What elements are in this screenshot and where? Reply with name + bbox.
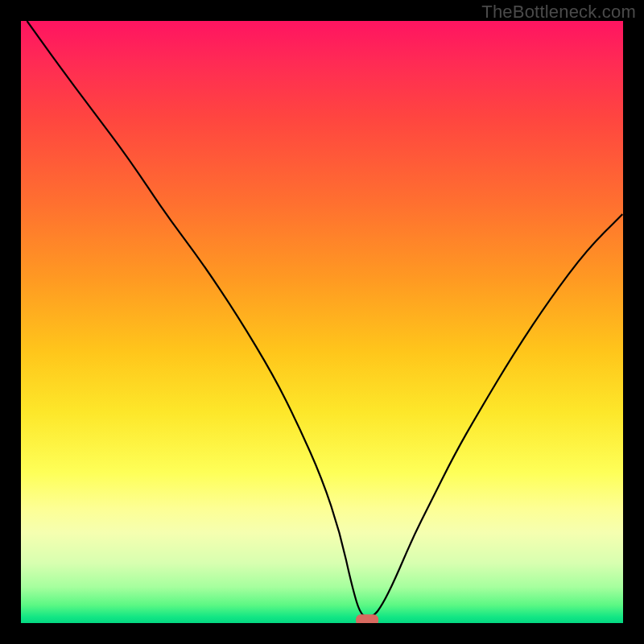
curve-svg xyxy=(21,21,623,623)
chart-frame: TheBottleneck.com xyxy=(0,0,644,644)
bottleneck-curve xyxy=(27,21,624,617)
plot-area xyxy=(21,21,623,623)
watermark-text: TheBottleneck.com xyxy=(481,2,636,23)
optimal-marker xyxy=(356,614,378,623)
